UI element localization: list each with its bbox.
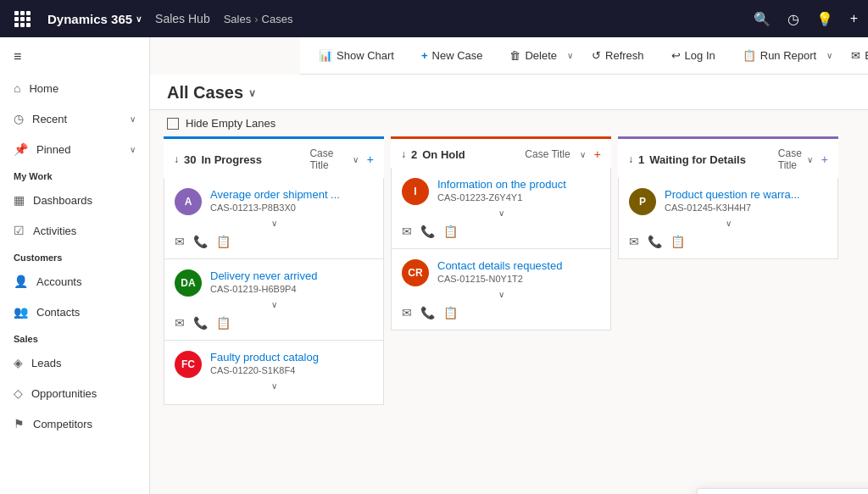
app-title[interactable]: Dynamics 365 ∨ [47, 12, 142, 26]
floating-card[interactable]: D Dysfunctional Litware La... CAS-00055-… [697, 488, 868, 494]
card-expand-waiting-0[interactable]: ∨ [629, 215, 827, 231]
col-title-in-progress: In Progress [201, 153, 262, 166]
notes-action-icon[interactable]: 📋 [443, 306, 458, 319]
delete-button[interactable]: 🗑 Delete [501, 44, 565, 67]
clock-icon[interactable]: ◷ [787, 11, 799, 27]
avatar-FC: FC [175, 351, 202, 378]
card-waiting-0[interactable]: P Product question re warra... CAS-01245… [618, 178, 838, 259]
customers-header: Customers [0, 246, 149, 266]
phone-action-icon[interactable]: 📞 [193, 235, 208, 248]
card-on-hold-1[interactable]: CR Contact details requested CAS-01215-N… [391, 249, 611, 330]
card-actions-waiting-0: ✉ 📞 📋 [629, 231, 827, 248]
card-actions-hold-1: ✉ 📞 📋 [402, 303, 600, 319]
col-title-waiting: Waiting for Details [649, 153, 746, 166]
app-grid-icon[interactable] [10, 7, 34, 31]
col-count-on-hold: 2 [411, 148, 417, 161]
sidebar-item-competitors[interactable]: ⚑ Competitors [0, 408, 149, 439]
card-in-progress-1[interactable]: DA Delivery never arrived CAS-01219-H6B9… [164, 259, 384, 341]
col-sort-caret-hold[interactable]: ∨ [580, 150, 586, 159]
sidebar-item-dashboards[interactable]: ▦ Dashboards [0, 185, 149, 215]
card-expand-hold-0[interactable]: ∨ [402, 205, 600, 221]
card-in-progress-2[interactable]: FC Faulty product catalog CAS-01220-S1K8… [164, 341, 384, 405]
sales-hub-label: Sales Hub [155, 12, 210, 25]
card-id-2: CAS-01220-S1K8F4 [210, 365, 373, 375]
sidebar-item-accounts[interactable]: 👤 Accounts [0, 266, 149, 297]
report-caret[interactable]: ∨ [826, 51, 832, 60]
email-action-icon[interactable]: ✉ [175, 316, 185, 330]
delete-caret[interactable]: ∨ [567, 51, 573, 60]
col-sort-caret-in-progress[interactable]: ∨ [353, 155, 359, 164]
notes-action-icon[interactable]: 📋 [443, 225, 458, 238]
email-action-icon[interactable]: ✉ [629, 235, 639, 248]
card-actions-hold-0: ✉ 📞 📋 [402, 221, 600, 238]
avatar-A: A [175, 188, 202, 215]
log-in-button[interactable]: ↩ Log In [663, 44, 724, 67]
home-icon: ⌂ [14, 81, 20, 95]
card-expand-0[interactable]: ∨ [175, 215, 373, 231]
main-layout: ≡ ⌂ Home ◷ Recent ∨ 📌 Pinned ∨ My Work ▦… [0, 37, 868, 494]
col-title-on-hold: On Hold [422, 148, 465, 161]
main-content: 📊 Show Chart + New Case 🗑 Delete ∨ ↺ Ref… [150, 37, 868, 494]
col-add-waiting[interactable]: + [821, 153, 828, 166]
kanban-board: ↓ 30 In Progress Case Title ∨ + A [150, 136, 868, 494]
run-report-button[interactable]: 📋 Run Report [734, 44, 825, 67]
card-id-waiting-0: CAS-01245-K3H4H7 [665, 203, 827, 213]
breadcrumb-cases: Cases [262, 13, 293, 25]
title-caret[interactable]: ∨ [248, 87, 256, 99]
card-expand-1[interactable]: ∨ [175, 297, 373, 313]
phone-action-icon[interactable]: 📞 [420, 225, 435, 238]
hamburger-menu[interactable]: ≡ [0, 41, 149, 73]
notes-action-icon[interactable]: 📋 [670, 235, 685, 248]
search-icon[interactable]: 🔍 [754, 11, 771, 27]
add-icon[interactable]: + [850, 11, 858, 26]
phone-action-icon[interactable]: 📞 [193, 316, 208, 330]
col-add-in-progress[interactable]: + [367, 153, 374, 166]
card-in-progress-0[interactable]: A Average order shipment ... CAS-01213-P… [164, 178, 384, 259]
cards-in-progress: A Average order shipment ... CAS-01213-P… [164, 178, 384, 405]
phone-action-icon[interactable]: 📞 [648, 235, 662, 248]
sidebar-item-leads[interactable]: ◈ Leads [0, 347, 149, 378]
notes-action-icon[interactable]: 📋 [216, 316, 231, 330]
contacts-icon: 👥 [14, 305, 28, 319]
new-case-button[interactable]: + New Case [413, 44, 492, 67]
sales-header: Sales [0, 327, 149, 347]
sidebar: ≡ ⌂ Home ◷ Recent ∨ 📌 Pinned ∨ My Work ▦… [0, 37, 150, 494]
leads-icon: ◈ [14, 356, 23, 369]
hide-empty-label[interactable]: Hide Empty Lanes [186, 117, 275, 130]
help-icon[interactable]: 💡 [816, 11, 833, 27]
sidebar-item-pinned[interactable]: 📌 Pinned ∨ [0, 134, 149, 164]
column-on-hold: ↓ 2 On Hold Case Title ∨ + I [391, 136, 611, 480]
opportunities-icon: ◇ [14, 386, 23, 400]
sidebar-item-opportunities[interactable]: ◇ Opportunities [0, 378, 149, 408]
col-sort-caret-waiting[interactable]: ∨ [807, 155, 813, 164]
card-on-hold-0[interactable]: I Information on the product CAS-01223-Z… [391, 168, 611, 249]
sidebar-item-activities[interactable]: ☑ Activities [0, 215, 149, 246]
col-count-in-progress: 30 [184, 153, 196, 166]
card-title-hold-1: Contact details requested [437, 259, 600, 272]
pin-icon: 📌 [14, 142, 28, 156]
card-title-0: Average order shipment ... [210, 188, 373, 201]
sidebar-item-home[interactable]: ⌂ Home [0, 73, 149, 103]
avatar-P: P [629, 188, 656, 215]
card-expand-2[interactable]: ∨ [175, 378, 373, 394]
sidebar-item-recent[interactable]: ◷ Recent ∨ [0, 103, 149, 134]
card-actions-0: ✉ 📞 📋 [175, 231, 373, 248]
report-icon: 📋 [743, 49, 756, 62]
top-nav-actions: 🔍 ◷ 💡 + [754, 11, 858, 27]
show-chart-button[interactable]: 📊 Show Chart [310, 44, 403, 67]
card-title-waiting-0: Product question re warra... [665, 188, 827, 201]
cards-waiting: P Product question re warra... CAS-01245… [618, 178, 838, 259]
card-expand-hold-1[interactable]: ∨ [402, 286, 600, 303]
col-sort-waiting: Case Title [778, 147, 802, 171]
top-nav: Dynamics 365 ∨ Sales Hub Sales › Cases 🔍… [0, 0, 868, 37]
col-add-hold[interactable]: + [594, 147, 601, 161]
email-action-icon[interactable]: ✉ [175, 235, 185, 248]
sidebar-item-contacts[interactable]: 👥 Contacts [0, 297, 149, 327]
email-link-button[interactable]: ✉ Email a Link [843, 44, 868, 67]
hide-empty-checkbox[interactable] [167, 118, 179, 130]
notes-action-icon[interactable]: 📋 [216, 235, 231, 248]
email-action-icon[interactable]: ✉ [402, 306, 412, 319]
phone-action-icon[interactable]: 📞 [420, 306, 435, 319]
email-action-icon[interactable]: ✉ [402, 225, 412, 238]
refresh-button[interactable]: ↺ Refresh [583, 44, 653, 67]
